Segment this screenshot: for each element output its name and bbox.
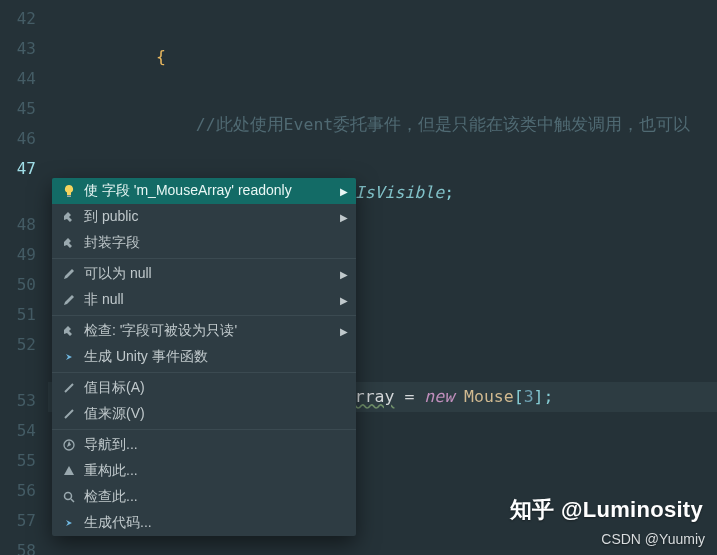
menu-item[interactable]: 到 public▶ bbox=[52, 204, 356, 230]
chevron-right-icon: ▶ bbox=[340, 326, 348, 337]
hammer-icon bbox=[60, 322, 78, 340]
chevron-right-icon: ▶ bbox=[340, 295, 348, 306]
mag-icon bbox=[60, 488, 78, 506]
menu-item-label: 导航到... bbox=[84, 436, 348, 454]
menu-item[interactable]: 封装字段 bbox=[52, 230, 356, 256]
menu-item[interactable]: 检查: '字段可被设为只读'▶ bbox=[52, 318, 356, 344]
menu-item-label: 生成代码... bbox=[84, 514, 348, 532]
line-number: 51 bbox=[6, 300, 36, 330]
line-number: 48 bbox=[6, 210, 36, 240]
svg-point-2 bbox=[65, 493, 72, 500]
chevron-right-icon: ▶ bbox=[340, 212, 348, 223]
line-number: 47 bbox=[6, 154, 36, 184]
menu-item-label: 封装字段 bbox=[84, 234, 348, 252]
line-number: 45 bbox=[6, 94, 36, 124]
line-number: 53 bbox=[6, 386, 36, 416]
menu-item[interactable]: 可以为 null▶ bbox=[52, 261, 356, 287]
line-number: 49 bbox=[6, 240, 36, 270]
menu-separator bbox=[52, 429, 356, 430]
line-number: 54 bbox=[6, 416, 36, 446]
type-mouse: Mouse bbox=[464, 387, 514, 406]
line-number: 58 bbox=[6, 536, 36, 555]
menu-separator bbox=[52, 258, 356, 259]
menu-item-label: 检查此... bbox=[84, 488, 348, 506]
number-3: 3 bbox=[524, 387, 534, 406]
slash-icon bbox=[60, 379, 78, 397]
pencil-icon bbox=[60, 291, 78, 309]
watermark-csdn: CSDN @Yuumiy bbox=[601, 531, 705, 547]
chevron-right-icon: ▶ bbox=[340, 269, 348, 280]
hammer-icon bbox=[60, 234, 78, 252]
comment: //此处使用Event委托事件，但是只能在该类中触发调用，也可以 bbox=[196, 115, 691, 134]
keyword-new: new bbox=[424, 387, 454, 406]
line-number: 43 bbox=[6, 34, 36, 64]
bulb-icon bbox=[60, 182, 78, 200]
line-number: 46 bbox=[6, 124, 36, 154]
menu-item[interactable]: 非 null▶ bbox=[52, 287, 356, 313]
compass-icon bbox=[60, 436, 78, 454]
menu-separator bbox=[52, 315, 356, 316]
chevron-right-icon: ▶ bbox=[340, 186, 348, 197]
menu-item[interactable]: 值目标(A) bbox=[52, 375, 356, 401]
line-number bbox=[6, 360, 36, 386]
menu-item-label: 重构此... bbox=[84, 462, 348, 480]
line-number: 52 bbox=[6, 330, 36, 360]
tri-icon bbox=[60, 462, 78, 480]
line-number: 50 bbox=[6, 270, 36, 300]
hammer-icon bbox=[60, 208, 78, 226]
menu-item[interactable]: 检查此... bbox=[52, 484, 356, 510]
menu-item[interactable]: 生成代码... bbox=[52, 510, 356, 536]
svg-rect-0 bbox=[67, 196, 71, 198]
pencil-icon bbox=[60, 265, 78, 283]
gen-icon bbox=[60, 514, 78, 532]
line-number-gutter: 4243444546474849505152535455565758 bbox=[0, 0, 48, 555]
menu-item[interactable]: 值来源(V) bbox=[52, 401, 356, 427]
watermark-zhihu: 知乎 @Luminosity bbox=[510, 495, 703, 525]
context-menu[interactable]: 使 字段 'm_MouseArray' readonly▶到 public▶封装… bbox=[52, 178, 356, 536]
line-number: 42 bbox=[6, 4, 36, 34]
semicolon: ; bbox=[444, 183, 454, 202]
slash-icon bbox=[60, 405, 78, 423]
semicolon: ; bbox=[544, 387, 554, 406]
line-number: 56 bbox=[6, 476, 36, 506]
menu-item-label: 可以为 null bbox=[84, 265, 348, 283]
menu-item-label: 非 null bbox=[84, 291, 348, 309]
gen-icon bbox=[60, 348, 78, 366]
menu-item[interactable]: 导航到... bbox=[52, 432, 356, 458]
line-number bbox=[6, 184, 36, 210]
menu-item[interactable]: 重构此... bbox=[52, 458, 356, 484]
menu-item-label: 到 public bbox=[84, 208, 348, 226]
menu-item-label: 值来源(V) bbox=[84, 405, 348, 423]
menu-item[interactable]: 生成 Unity 事件函数 bbox=[52, 344, 356, 370]
line-number: 55 bbox=[6, 446, 36, 476]
bracket: [ bbox=[514, 387, 524, 406]
menu-item[interactable]: 使 字段 'm_MouseArray' readonly▶ bbox=[52, 178, 356, 204]
menu-item-label: 生成 Unity 事件函数 bbox=[84, 348, 348, 366]
menu-item-label: 检查: '字段可被设为只读' bbox=[84, 322, 348, 340]
menu-separator bbox=[52, 372, 356, 373]
line-number: 44 bbox=[6, 64, 36, 94]
menu-item-label: 值目标(A) bbox=[84, 379, 348, 397]
menu-item-label: 使 字段 'm_MouseArray' readonly bbox=[84, 182, 348, 200]
bracket: ] bbox=[534, 387, 544, 406]
line-number: 57 bbox=[6, 506, 36, 536]
brace-open: { bbox=[156, 47, 166, 66]
